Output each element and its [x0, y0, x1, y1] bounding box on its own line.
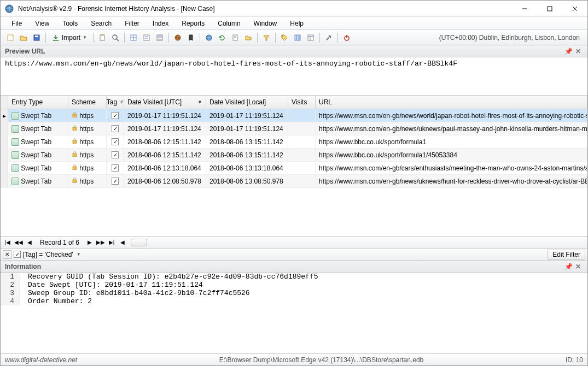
- svg-point-10: [113, 35, 117, 39]
- menu-tools[interactable]: Tools: [56, 18, 84, 29]
- folder-icon[interactable]: [242, 32, 254, 44]
- grid-body[interactable]: ▸ Swept Tab https ✓ 2019-01-17 11:19:51.…: [1, 109, 587, 236]
- refresh-icon[interactable]: [216, 32, 228, 44]
- information-heading: Information: [5, 263, 41, 270]
- tag-checkbox[interactable]: ✓: [112, 164, 119, 172]
- svg-rect-40: [73, 114, 77, 117]
- menu-reports[interactable]: Reports: [175, 18, 211, 29]
- table-row[interactable]: Swept Tab https ✓ 2018-08-06 12:08:50.97…: [1, 175, 587, 188]
- nav-next-icon[interactable]: ▶: [85, 238, 95, 247]
- swept-tab-icon: [11, 151, 19, 159]
- tag-checkbox[interactable]: ✓: [112, 178, 119, 185]
- status-bar: www.digital-detective.net E:\Browser Dum…: [1, 353, 587, 365]
- table-row[interactable]: ▸ Swept Tab https ✓ 2019-01-17 11:19:51.…: [1, 109, 587, 122]
- lock-icon: [72, 151, 78, 159]
- svg-rect-32: [299, 35, 300, 40]
- data-grid: Entry Type Scheme Tag⧩ Date Visited [UTC…: [1, 96, 587, 237]
- info-panel-close-icon[interactable]: ✕: [573, 262, 583, 271]
- toolbar: Import ▼ (UTC+00:00) Dublin, Edinburgh, …: [1, 30, 587, 45]
- open-case-icon[interactable]: [18, 32, 30, 44]
- close-button[interactable]: [562, 1, 587, 17]
- import-button[interactable]: Import ▼: [49, 32, 90, 44]
- panel-close-icon[interactable]: ✕: [573, 46, 583, 56]
- table-row[interactable]: Swept Tab https ✓ 2018-08-06 12:15:11.14…: [1, 135, 587, 149]
- filter-close-icon[interactable]: ✕: [3, 250, 11, 259]
- svg-rect-31: [297, 35, 299, 40]
- titlebar: NetAnalysis® v2.9 - Forensic Internet Hi…: [1, 1, 587, 17]
- svg-rect-43: [73, 154, 77, 156]
- globe-icon[interactable]: [203, 32, 215, 44]
- search-icon[interactable]: [109, 32, 121, 44]
- menu-view[interactable]: View: [28, 18, 56, 29]
- menu-window[interactable]: Window: [247, 18, 284, 29]
- table-row[interactable]: Swept Tab https ✓ 2019-01-17 11:19:51.12…: [1, 122, 587, 135]
- filter-bar: ✕ ✓ [Tag] = 'Checked' ▼ Edit Filter: [1, 249, 587, 261]
- column-date-local[interactable]: Date Visited [Local]: [206, 96, 288, 109]
- column-entry-type[interactable]: Entry Type: [8, 96, 68, 109]
- lock-icon: [72, 111, 78, 120]
- table-row[interactable]: Swept Tab https ✓ 2018-08-06 12:15:11.14…: [1, 149, 587, 162]
- column-date-utc[interactable]: Date Visited [UTC]▼: [124, 96, 206, 109]
- panel-pin-icon[interactable]: 📌: [563, 46, 573, 56]
- menu-file[interactable]: File: [5, 18, 28, 29]
- grid-icon[interactable]: [127, 32, 139, 44]
- swept-tab-icon: [11, 178, 19, 185]
- nav-prev-icon[interactable]: ◀: [25, 238, 34, 247]
- filter-checkbox[interactable]: ✓: [14, 251, 21, 258]
- nav-last-icon[interactable]: ▶|: [107, 238, 117, 247]
- maximize-button[interactable]: [537, 1, 562, 17]
- columns-icon[interactable]: [292, 32, 304, 44]
- tag-checkbox[interactable]: ✓: [112, 112, 119, 119]
- new-case-icon[interactable]: [4, 32, 16, 44]
- nav-prev-page-icon[interactable]: ◀◀: [14, 238, 24, 247]
- window-title: NetAnalysis® v2.9 - Forensic Internet Hi…: [18, 5, 512, 13]
- nav-scroll-left[interactable]: ◀: [118, 238, 127, 247]
- layout-icon[interactable]: [305, 32, 317, 44]
- nav-scroll-thumb[interactable]: [131, 239, 147, 246]
- tag-icon[interactable]: [278, 32, 290, 44]
- bookmark-icon[interactable]: [185, 32, 197, 44]
- status-id: ID: 10: [566, 356, 583, 364]
- settings-icon[interactable]: [323, 32, 335, 44]
- tag-checkbox[interactable]: ✓: [112, 138, 119, 145]
- menu-column[interactable]: Column: [211, 18, 247, 29]
- swept-tab-icon: [11, 125, 19, 133]
- detail-icon[interactable]: [141, 32, 153, 44]
- menu-index[interactable]: Index: [146, 18, 175, 29]
- swept-tab-icon: [11, 112, 19, 120]
- preview-url-text: https://www.msn.com/en-gb/news/world/jap…: [1, 57, 587, 96]
- list-icon[interactable]: [154, 32, 166, 44]
- menu-filter[interactable]: Filter: [118, 18, 146, 29]
- column-visits[interactable]: Visits: [288, 96, 316, 109]
- record-navigator: |◀ ◀◀ ◀ Record 1 of 6 ▶ ▶▶ ▶| ◀: [1, 237, 587, 249]
- svg-rect-7: [35, 36, 38, 37]
- svg-rect-41: [73, 127, 77, 130]
- funnel-icon[interactable]: [260, 32, 272, 44]
- minimize-button[interactable]: [512, 1, 537, 17]
- table-row[interactable]: Swept Tab https ✓ 2018-08-06 12:13:18.06…: [1, 162, 587, 175]
- lock-icon: [72, 138, 78, 146]
- filter-dropdown-icon[interactable]: ▼: [77, 252, 81, 257]
- column-tag[interactable]: Tag⧩: [107, 96, 124, 109]
- menu-help[interactable]: Help: [283, 18, 310, 29]
- menu-search[interactable]: Search: [84, 18, 118, 29]
- clipboard-icon[interactable]: [96, 32, 108, 44]
- tag-checkbox[interactable]: ✓: [112, 151, 119, 158]
- save-icon[interactable]: [31, 32, 43, 44]
- column-url[interactable]: URL: [316, 96, 587, 109]
- nav-first-icon[interactable]: |◀: [3, 238, 13, 247]
- edit-filter-button[interactable]: Edit Filter: [548, 250, 585, 259]
- document-icon[interactable]: [229, 32, 241, 44]
- grid-header: Entry Type Scheme Tag⧩ Date Visited [UTC…: [1, 96, 587, 109]
- svg-point-23: [176, 37, 177, 38]
- nav-next-page-icon[interactable]: ▶▶: [96, 238, 106, 247]
- column-scheme[interactable]: Scheme: [68, 96, 107, 109]
- swept-tab-icon: [11, 164, 19, 172]
- power-icon[interactable]: [341, 32, 353, 44]
- preview-heading: Preview URL: [5, 48, 45, 55]
- svg-rect-9: [101, 34, 103, 36]
- svg-rect-30: [295, 35, 296, 40]
- tag-checkbox[interactable]: ✓: [112, 125, 119, 132]
- cookie-icon[interactable]: [172, 32, 184, 44]
- info-panel-pin-icon[interactable]: 📌: [563, 262, 573, 271]
